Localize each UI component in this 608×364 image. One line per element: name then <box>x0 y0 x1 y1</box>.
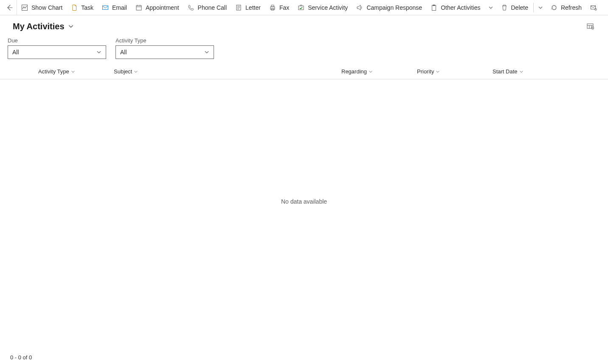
delete-chevron[interactable] <box>535 0 546 15</box>
chevron-down-icon <box>96 50 101 55</box>
show-chart-button[interactable]: Show Chart <box>17 0 67 15</box>
view-actions <box>585 21 595 31</box>
edit-columns-button[interactable] <box>585 21 595 31</box>
filter-activity-type-value: All <box>120 49 127 56</box>
grid-body: No data available <box>0 79 608 334</box>
column-start-date-label: Start Date <box>493 68 518 75</box>
email-link-button[interactable] <box>586 0 601 15</box>
command-bar: Show Chart Task Email Appointment Phone … <box>0 0 608 15</box>
campaign-response-label: Campaign Response <box>366 4 422 11</box>
letter-button[interactable]: Letter <box>231 0 265 15</box>
service-activity-button[interactable]: Service Activity <box>293 0 352 15</box>
column-regarding-label: Regarding <box>341 68 367 75</box>
delete-label: Delete <box>511 4 528 11</box>
chevron-down-icon <box>204 50 209 55</box>
letter-icon <box>235 4 242 11</box>
no-data-message: No data available <box>281 198 327 205</box>
refresh-icon <box>551 4 557 11</box>
svg-rect-1 <box>102 6 108 9</box>
filter-due-label: Due <box>8 37 106 44</box>
svg-rect-13 <box>298 6 304 10</box>
columns-icon <box>586 22 594 30</box>
view-header: My Activities <box>0 15 608 33</box>
appointment-button[interactable]: Appointment <box>131 0 183 15</box>
chevron-down-icon <box>68 23 74 29</box>
chevron-down-icon <box>436 70 440 74</box>
chevron-down-icon <box>71 70 75 74</box>
svg-rect-11 <box>271 5 274 7</box>
filter-due-select[interactable]: All <box>8 45 106 59</box>
column-priority[interactable]: Priority <box>417 68 493 75</box>
refresh-button[interactable]: Refresh <box>546 0 586 15</box>
task-button[interactable]: Task <box>67 0 98 15</box>
task-label: Task <box>81 4 93 11</box>
email-label: Email <box>112 4 127 11</box>
chevron-down-icon <box>488 5 493 10</box>
chevron-down-icon <box>538 5 543 10</box>
chart-icon <box>21 4 28 11</box>
filter-due-value: All <box>12 49 19 56</box>
chevron-down-icon <box>134 70 138 74</box>
view-title: My Activities <box>13 22 65 31</box>
letter-label: Letter <box>245 4 261 11</box>
fax-label: Fax <box>279 4 289 11</box>
other-activities-button[interactable]: Other Activities <box>426 0 484 15</box>
email-icon <box>102 4 109 11</box>
filter-activity-type-select[interactable]: All <box>115 45 214 59</box>
other-activities-chevron[interactable] <box>485 0 497 15</box>
campaign-response-icon <box>356 4 363 11</box>
filter-due: Due All <box>8 37 106 59</box>
svg-rect-14 <box>432 5 436 10</box>
service-activity-icon <box>298 4 304 11</box>
service-activity-label: Service Activity <box>308 4 348 11</box>
column-start-date[interactable]: Start Date <box>493 68 608 75</box>
phone-call-label: Phone Call <box>198 4 227 11</box>
filters-row: Due All Activity Type All <box>0 33 608 64</box>
back-arrow-icon <box>6 4 13 11</box>
back-button[interactable] <box>2 0 17 15</box>
refresh-label: Refresh <box>561 4 582 11</box>
column-regarding[interactable]: Regarding <box>341 68 417 75</box>
svg-rect-2 <box>136 6 141 10</box>
column-activity-type-label: Activity Type <box>38 68 69 75</box>
fax-button[interactable]: Fax <box>265 0 293 15</box>
task-icon <box>71 4 78 11</box>
filter-activity-type-label: Activity Type <box>115 37 214 44</box>
trash-icon <box>501 4 508 11</box>
clipboard-icon <box>431 4 437 11</box>
appointment-label: Appointment <box>146 4 179 11</box>
chevron-down-icon <box>519 70 524 74</box>
show-chart-label: Show Chart <box>31 4 62 11</box>
fax-icon <box>269 4 276 11</box>
delete-button[interactable]: Delete <box>497 0 532 15</box>
column-subject[interactable]: Subject <box>114 68 341 75</box>
chevron-down-icon <box>369 70 373 74</box>
command-divider <box>533 3 534 12</box>
column-activity-type[interactable]: Activity Type <box>38 68 114 75</box>
filter-activity-type: Activity Type All <box>115 37 214 59</box>
column-priority-label: Priority <box>417 68 434 75</box>
email-button[interactable]: Email <box>98 0 131 15</box>
other-activities-label: Other Activities <box>441 4 480 11</box>
phone-call-button[interactable]: Phone Call <box>183 0 231 15</box>
table-header: Activity Type Subject Regarding Priority… <box>0 64 608 79</box>
email-link-icon <box>590 4 597 11</box>
calendar-icon <box>135 4 142 11</box>
campaign-response-button[interactable]: Campaign Response <box>352 0 426 15</box>
column-subject-label: Subject <box>114 68 132 75</box>
paging-info: 0 - 0 of 0 <box>10 354 32 361</box>
view-selector[interactable]: My Activities <box>13 22 74 31</box>
phone-icon <box>188 4 194 11</box>
